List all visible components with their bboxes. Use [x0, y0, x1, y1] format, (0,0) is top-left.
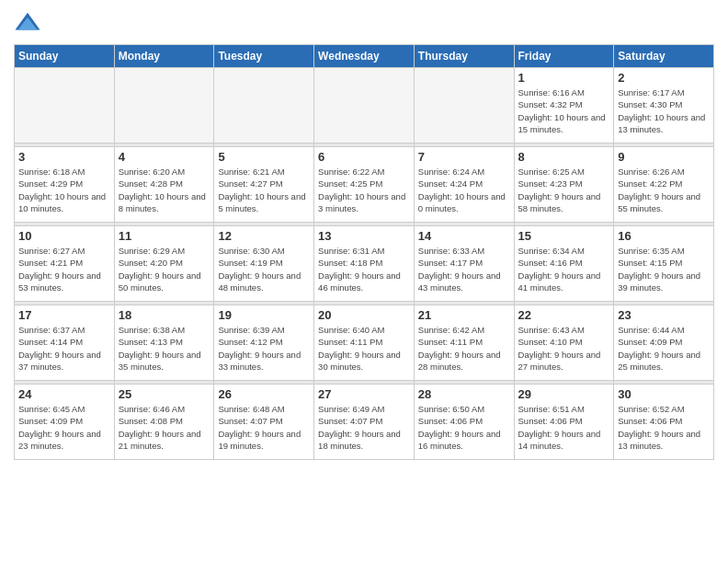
week-row-2: 10Sunrise: 6:27 AM Sunset: 4:21 PM Dayli… [15, 226, 714, 302]
week-row-4: 24Sunrise: 6:45 AM Sunset: 4:09 PM Dayli… [15, 385, 714, 460]
day-number: 22 [518, 308, 610, 322]
day-cell: 2Sunrise: 6:17 AM Sunset: 4:30 PM Daylig… [614, 68, 714, 144]
day-info: Sunrise: 6:35 AM Sunset: 4:15 PM Dayligh… [618, 245, 710, 293]
day-cell: 17Sunrise: 6:37 AM Sunset: 4:14 PM Dayli… [15, 305, 115, 381]
day-info: Sunrise: 6:37 AM Sunset: 4:14 PM Dayligh… [18, 324, 110, 373]
day-cell [214, 68, 314, 144]
day-info: Sunrise: 6:48 AM Sunset: 4:07 PM Dayligh… [218, 403, 310, 452]
day-info: Sunrise: 6:49 AM Sunset: 4:07 PM Dayligh… [318, 403, 410, 452]
day-number: 30 [618, 387, 710, 401]
day-cell: 15Sunrise: 6:34 AM Sunset: 4:16 PM Dayli… [514, 226, 614, 302]
day-info: Sunrise: 6:27 AM Sunset: 4:21 PM Dayligh… [18, 245, 110, 293]
day-number: 25 [119, 387, 210, 401]
day-info: Sunrise: 6:33 AM Sunset: 4:17 PM Dayligh… [418, 245, 510, 293]
day-number: 6 [318, 150, 410, 164]
day-number: 10 [18, 229, 110, 243]
week-row-0: 1Sunrise: 6:16 AM Sunset: 4:32 PM Daylig… [15, 68, 714, 144]
day-info: Sunrise: 6:30 AM Sunset: 4:19 PM Dayligh… [218, 245, 310, 293]
day-number: 21 [418, 308, 510, 322]
day-cell [15, 68, 115, 144]
logo-icon [14, 9, 41, 37]
day-cell: 3Sunrise: 6:18 AM Sunset: 4:29 PM Daylig… [15, 147, 115, 223]
day-info: Sunrise: 6:25 AM Sunset: 4:23 PM Dayligh… [518, 166, 610, 214]
day-cell: 9Sunrise: 6:26 AM Sunset: 4:22 PM Daylig… [614, 147, 714, 223]
week-row-1: 3Sunrise: 6:18 AM Sunset: 4:29 PM Daylig… [15, 147, 714, 223]
day-info: Sunrise: 6:34 AM Sunset: 4:16 PM Dayligh… [518, 245, 610, 293]
logo [14, 9, 45, 37]
day-info: Sunrise: 6:20 AM Sunset: 4:28 PM Dayligh… [119, 166, 210, 214]
day-number: 9 [618, 150, 710, 164]
day-number: 15 [518, 229, 610, 243]
day-cell: 12Sunrise: 6:30 AM Sunset: 4:19 PM Dayli… [214, 226, 314, 302]
calendar: SundayMondayTuesdayWednesdayThursdayFrid… [14, 44, 714, 460]
day-number: 7 [418, 150, 510, 164]
day-number: 18 [119, 308, 210, 322]
header-thursday: Thursday [414, 45, 514, 68]
day-info: Sunrise: 6:39 AM Sunset: 4:12 PM Dayligh… [218, 324, 310, 373]
day-cell [114, 68, 214, 144]
day-cell: 1Sunrise: 6:16 AM Sunset: 4:32 PM Daylig… [514, 68, 614, 144]
header-sunday: Sunday [15, 45, 115, 68]
day-info: Sunrise: 6:21 AM Sunset: 4:27 PM Dayligh… [218, 166, 310, 214]
day-cell: 11Sunrise: 6:29 AM Sunset: 4:20 PM Dayli… [114, 226, 214, 302]
header-wednesday: Wednesday [314, 45, 415, 68]
day-info: Sunrise: 6:24 AM Sunset: 4:24 PM Dayligh… [418, 166, 510, 214]
day-cell: 14Sunrise: 6:33 AM Sunset: 4:17 PM Dayli… [414, 226, 514, 302]
day-cell [414, 68, 514, 144]
day-number: 5 [218, 150, 310, 164]
header-friday: Friday [514, 45, 614, 68]
day-cell: 29Sunrise: 6:51 AM Sunset: 4:06 PM Dayli… [514, 385, 614, 460]
page: SundayMondayTuesdayWednesdayThursdayFrid… [0, 0, 728, 563]
header-saturday: Saturday [614, 45, 714, 68]
day-info: Sunrise: 6:26 AM Sunset: 4:22 PM Dayligh… [618, 166, 710, 214]
day-number: 2 [618, 71, 710, 85]
day-cell: 16Sunrise: 6:35 AM Sunset: 4:15 PM Dayli… [614, 226, 714, 302]
day-cell: 18Sunrise: 6:38 AM Sunset: 4:13 PM Dayli… [114, 305, 214, 381]
day-cell: 8Sunrise: 6:25 AM Sunset: 4:23 PM Daylig… [514, 147, 614, 223]
day-cell: 23Sunrise: 6:44 AM Sunset: 4:09 PM Dayli… [614, 305, 714, 381]
calendar-header-row: SundayMondayTuesdayWednesdayThursdayFrid… [15, 45, 714, 68]
day-cell: 22Sunrise: 6:43 AM Sunset: 4:10 PM Dayli… [514, 305, 614, 381]
day-number: 19 [218, 308, 310, 322]
day-number: 11 [119, 229, 210, 243]
day-info: Sunrise: 6:31 AM Sunset: 4:18 PM Dayligh… [318, 245, 410, 293]
day-number: 16 [618, 229, 710, 243]
day-cell: 10Sunrise: 6:27 AM Sunset: 4:21 PM Dayli… [15, 226, 115, 302]
day-info: Sunrise: 6:45 AM Sunset: 4:09 PM Dayligh… [18, 403, 110, 452]
header-monday: Monday [114, 45, 214, 68]
day-cell: 19Sunrise: 6:39 AM Sunset: 4:12 PM Dayli… [214, 305, 314, 381]
day-info: Sunrise: 6:52 AM Sunset: 4:06 PM Dayligh… [618, 403, 710, 452]
day-info: Sunrise: 6:51 AM Sunset: 4:06 PM Dayligh… [518, 403, 610, 452]
day-number: 1 [518, 71, 610, 85]
day-number: 26 [218, 387, 310, 401]
day-number: 13 [318, 229, 410, 243]
day-info: Sunrise: 6:22 AM Sunset: 4:25 PM Dayligh… [318, 166, 410, 214]
day-info: Sunrise: 6:38 AM Sunset: 4:13 PM Dayligh… [119, 324, 210, 373]
day-cell: 28Sunrise: 6:50 AM Sunset: 4:06 PM Dayli… [414, 385, 514, 460]
day-cell: 13Sunrise: 6:31 AM Sunset: 4:18 PM Dayli… [314, 226, 415, 302]
day-info: Sunrise: 6:40 AM Sunset: 4:11 PM Dayligh… [318, 324, 410, 373]
day-info: Sunrise: 6:16 AM Sunset: 4:32 PM Dayligh… [518, 86, 610, 135]
header [14, 9, 714, 37]
day-info: Sunrise: 6:46 AM Sunset: 4:08 PM Dayligh… [119, 403, 210, 452]
day-cell: 7Sunrise: 6:24 AM Sunset: 4:24 PM Daylig… [414, 147, 514, 223]
day-cell: 5Sunrise: 6:21 AM Sunset: 4:27 PM Daylig… [214, 147, 314, 223]
day-number: 14 [418, 229, 510, 243]
day-info: Sunrise: 6:17 AM Sunset: 4:30 PM Dayligh… [618, 86, 710, 135]
day-cell: 20Sunrise: 6:40 AM Sunset: 4:11 PM Dayli… [314, 305, 415, 381]
day-number: 3 [18, 150, 110, 164]
day-number: 27 [318, 387, 410, 401]
day-info: Sunrise: 6:29 AM Sunset: 4:20 PM Dayligh… [119, 245, 210, 293]
week-row-3: 17Sunrise: 6:37 AM Sunset: 4:14 PM Dayli… [15, 305, 714, 381]
day-cell [314, 68, 415, 144]
day-number: 24 [18, 387, 110, 401]
day-number: 8 [518, 150, 610, 164]
day-cell: 21Sunrise: 6:42 AM Sunset: 4:11 PM Dayli… [414, 305, 514, 381]
day-info: Sunrise: 6:43 AM Sunset: 4:10 PM Dayligh… [518, 324, 610, 373]
day-number: 12 [218, 229, 310, 243]
day-info: Sunrise: 6:50 AM Sunset: 4:06 PM Dayligh… [418, 403, 510, 452]
day-info: Sunrise: 6:44 AM Sunset: 4:09 PM Dayligh… [618, 324, 710, 373]
day-number: 20 [318, 308, 410, 322]
day-info: Sunrise: 6:42 AM Sunset: 4:11 PM Dayligh… [418, 324, 510, 373]
day-cell: 30Sunrise: 6:52 AM Sunset: 4:06 PM Dayli… [614, 385, 714, 460]
